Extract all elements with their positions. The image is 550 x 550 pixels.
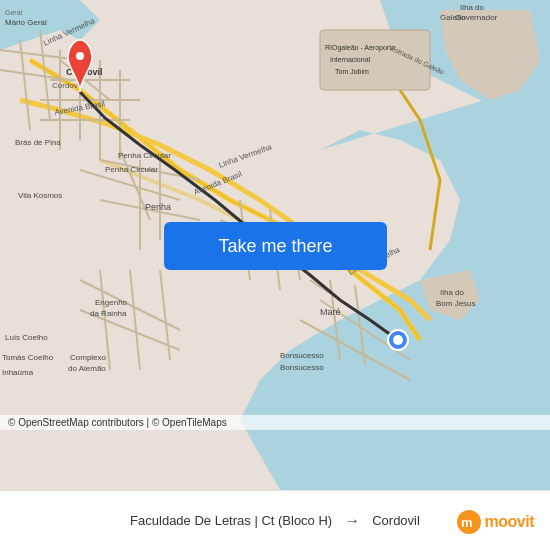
svg-text:RIOgaleão - Aeroporto: RIOgaleão - Aeroporto: [325, 44, 395, 52]
moovit-logo-icon: m: [457, 510, 481, 534]
svg-text:Penha Circular: Penha Circular: [118, 151, 171, 160]
svg-text:Penha Circular: Penha Circular: [105, 165, 158, 174]
map-container: Linha Vermelha Linha Vermelha Linha Verm…: [0, 0, 550, 490]
bottom-bar: Faculdade De Letras | Ct (Bloco H) → Cor…: [0, 490, 550, 550]
svg-text:Geral: Geral: [5, 9, 23, 16]
svg-text:Penha: Penha: [145, 202, 171, 212]
route-arrow: →: [344, 512, 360, 530]
svg-text:Internacional: Internacional: [330, 56, 371, 63]
svg-point-73: [393, 335, 403, 345]
moovit-logo-text: moovit: [485, 513, 534, 531]
moovit-logo: m moovit: [457, 510, 534, 534]
attribution-text: © OpenStreetMap contributors | © OpenTil…: [8, 417, 227, 428]
svg-text:Luís Coelho: Luís Coelho: [5, 333, 48, 342]
svg-text:Bonsucesso: Bonsucesso: [280, 351, 324, 360]
svg-text:Inhaúma: Inhaúma: [2, 368, 34, 377]
svg-text:Engenho: Engenho: [95, 298, 128, 307]
svg-text:Ilha do: Ilha do: [440, 288, 465, 297]
attribution-bar: © OpenStreetMap contributors | © OpenTil…: [0, 415, 550, 430]
svg-text:Maré: Maré: [320, 307, 341, 317]
svg-text:Complexo: Complexo: [70, 353, 107, 362]
take-me-there-button[interactable]: Take me there: [164, 222, 387, 270]
svg-text:Vila Kosmos: Vila Kosmos: [18, 191, 62, 200]
route-to: Cordovil: [372, 513, 420, 528]
svg-text:Ilha do: Ilha do: [460, 3, 485, 12]
svg-text:da Rainha: da Rainha: [90, 309, 127, 318]
svg-text:Tom Jobim: Tom Jobim: [335, 68, 369, 75]
svg-text:m: m: [461, 515, 473, 530]
svg-text:Tomás Coelho: Tomás Coelho: [2, 353, 54, 362]
svg-text:Bom Jesus: Bom Jesus: [436, 299, 476, 308]
svg-text:Bonsucesso: Bonsucesso: [280, 363, 324, 372]
svg-text:Governador: Governador: [455, 13, 498, 22]
svg-text:do Alemão: do Alemão: [68, 364, 106, 373]
svg-text:Mário Geral: Mário Geral: [5, 18, 47, 27]
svg-text:Brás de Pina: Brás de Pina: [15, 138, 61, 147]
route-from: Faculdade De Letras | Ct (Bloco H): [130, 513, 332, 528]
svg-point-74: [76, 52, 84, 60]
